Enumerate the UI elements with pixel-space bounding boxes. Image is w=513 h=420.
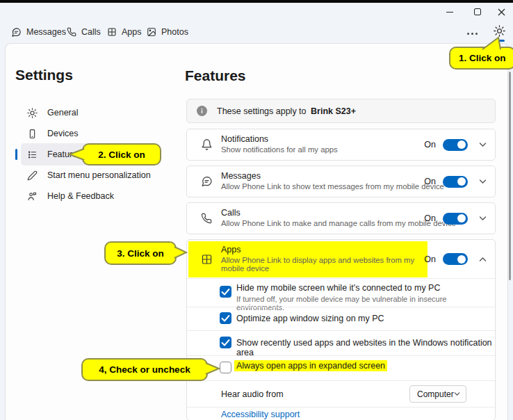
- divider: [187, 330, 495, 331]
- callout-4-tail: [204, 361, 222, 376]
- row-subtitle: Allow Phone Link to display apps and web…: [221, 256, 426, 273]
- sidebar-item-label: Help & Feedback: [47, 191, 114, 201]
- tab-messages[interactable]: Messages: [11, 24, 66, 40]
- pencil-icon: [27, 170, 38, 181]
- option-label: Hide my mobile screen while it's connect…: [236, 283, 440, 293]
- tab-label: Messages: [26, 27, 66, 37]
- sidebar-item-start-menu-personalization[interactable]: Start menu personalization: [21, 164, 157, 186]
- chevron-up-icon[interactable]: [479, 257, 487, 262]
- divider: [187, 380, 495, 381]
- gear-icon: [27, 108, 38, 118]
- maximize-button[interactable]: [470, 6, 485, 18]
- setting-group-apps: Apps Allow Phone Link to display apps an…: [186, 239, 496, 420]
- phone-link-window: Messages Calls Apps Photos Settings Gene…: [0, 0, 513, 420]
- audio-source-dropdown[interactable]: Computer: [409, 385, 466, 403]
- toggle-state-label: On: [424, 213, 436, 223]
- tab-label: Calls: [81, 27, 101, 37]
- setting-row-apps[interactable]: Apps Allow Phone Link to display apps an…: [187, 240, 495, 278]
- callout-1-tail: [478, 33, 502, 50]
- notifications-toggle[interactable]: [443, 139, 468, 151]
- toggle-state-label: On: [424, 255, 436, 264]
- hear-audio-label: Hear audio from: [221, 389, 284, 399]
- toggle-state-label: On: [424, 140, 436, 150]
- calls-icon: [67, 27, 76, 37]
- check-icon: [220, 337, 231, 348]
- selected-item-indicator: [15, 149, 17, 160]
- setting-row-notifications[interactable]: Notifications Show notifications for all…: [186, 129, 496, 161]
- row-title: Calls: [221, 208, 456, 218]
- setting-row-messages[interactable]: Messages Allow Phone Link to show text m…: [186, 165, 496, 197]
- close-button[interactable]: [494, 6, 509, 18]
- accessibility-support-link[interactable]: Accessibility support: [221, 410, 300, 419]
- tab-apps[interactable]: Apps: [107, 24, 142, 40]
- dropdown-value: Computer: [417, 389, 454, 399]
- tab-label: Photos: [161, 27, 188, 37]
- device-name: Brink S23+: [311, 106, 356, 116]
- option-sublabel: If turned off, your mobile device may be…: [236, 295, 495, 312]
- maximize-icon: [474, 8, 481, 15]
- apps-toggle[interactable]: [443, 253, 468, 265]
- option-label: Show recently used apps and websites in …: [236, 338, 495, 357]
- option-label: Optimize app window sizing on my PC: [236, 314, 384, 323]
- page-title: Features: [185, 67, 246, 84]
- callout-3: 3. Click on: [104, 241, 177, 265]
- info-banner: These settings apply to Brink S23+: [186, 99, 496, 123]
- sidebar-item-general[interactable]: General: [21, 102, 157, 124]
- toggle-state-label: On: [424, 177, 436, 186]
- messages-icon: [11, 27, 22, 38]
- callout-2-tail: [67, 147, 86, 162]
- minimize-button[interactable]: [442, 6, 457, 18]
- tab-photos[interactable]: Photos: [147, 24, 188, 40]
- more-options-button[interactable]: [467, 28, 478, 39]
- chevron-down-icon: [454, 391, 460, 396]
- row-title: Messages: [221, 171, 444, 181]
- checkbox-checked[interactable]: [220, 337, 231, 348]
- more-icon: [467, 33, 469, 35]
- checkbox-checked[interactable]: [220, 312, 231, 324]
- help-feedback-icon: [27, 191, 38, 202]
- sidebar-item-help-feedback[interactable]: Help & Feedback: [21, 185, 157, 207]
- close-icon: [498, 8, 505, 16]
- minimize-icon: [446, 12, 453, 13]
- divider: [187, 407, 495, 407]
- messages-toggle[interactable]: [443, 176, 468, 188]
- tab-label: Apps: [122, 27, 142, 37]
- row-title: Apps: [221, 245, 426, 255]
- check-icon: [220, 312, 231, 324]
- window-top-edge: [0, 0, 513, 3]
- row-title: Notifications: [221, 134, 338, 144]
- row-subtitle: Show notifications for all my apps: [221, 145, 338, 154]
- divider: [187, 307, 495, 307]
- row-subtitle: Allow Phone Link to show text messages f…: [221, 182, 444, 191]
- sidebar-item-label: Start menu personalization: [47, 170, 151, 180]
- checkbox-checked[interactable]: [220, 286, 231, 298]
- calls-icon: [201, 213, 212, 224]
- callout-2: 2. Click on: [82, 143, 161, 165]
- photos-icon: [147, 27, 156, 37]
- option-label: Always open apps in expanded screen: [234, 361, 387, 371]
- sidebar-item-label: General: [47, 108, 78, 118]
- settings-page-title: Settings: [15, 67, 73, 83]
- sidebar-item-label: Devices: [47, 129, 78, 138]
- chevron-down-icon[interactable]: [479, 179, 487, 184]
- chevron-down-icon[interactable]: [479, 142, 487, 147]
- messages-icon: [201, 176, 213, 188]
- callout-3-tail: [172, 245, 189, 260]
- info-icon: [197, 106, 207, 116]
- setting-row-calls[interactable]: Calls Allow Phone Link to make and manag…: [186, 202, 496, 234]
- info-text: These settings apply to Brink S23+: [217, 106, 356, 116]
- tab-calls[interactable]: Calls: [67, 24, 101, 40]
- apps-icon: [201, 253, 213, 265]
- row-subtitle: Allow Phone Link to make and manage call…: [221, 219, 456, 227]
- scrollbar-thumb[interactable]: [509, 72, 511, 280]
- sidebar-item-devices[interactable]: Devices: [21, 122, 157, 145]
- calls-toggle[interactable]: [443, 213, 468, 225]
- features-list-icon: [27, 150, 38, 160]
- apps-icon: [107, 27, 117, 37]
- check-icon: [220, 286, 231, 298]
- bell-icon: [201, 139, 213, 151]
- phone-device-icon: [27, 129, 38, 139]
- divider: [187, 355, 495, 356]
- callout-4: 4, Check or uncheck: [81, 358, 208, 381]
- chevron-down-icon[interactable]: [479, 216, 487, 221]
